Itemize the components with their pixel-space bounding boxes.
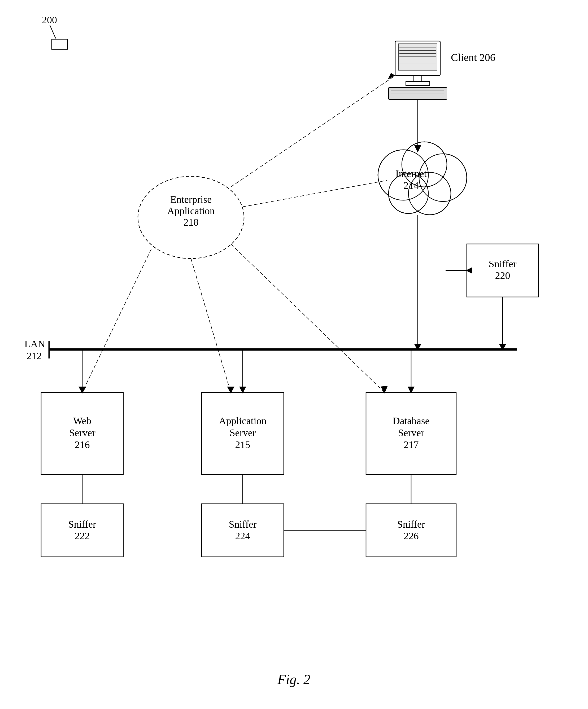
svg-text:217: 217 [404, 439, 419, 450]
svg-rect-12 [388, 87, 447, 100]
db-server-node: Database Server 217 [366, 392, 456, 475]
svg-text:216: 216 [75, 439, 90, 450]
svg-text:220: 220 [495, 270, 510, 281]
enterprise-webserver-dashed [82, 249, 151, 392]
svg-rect-3 [399, 44, 437, 70]
svg-text:215: 215 [235, 439, 250, 450]
web-server-node: Web Server 216 [41, 392, 123, 475]
svg-text:224: 224 [235, 530, 250, 542]
svg-rect-10 [414, 76, 422, 81]
enterprise-client-dashed [231, 76, 395, 187]
svg-line-0 [50, 25, 56, 38]
sniffer-220-node: Sniffer 220 [467, 244, 538, 297]
enterprise-dbserver-dashed [231, 244, 385, 392]
svg-rect-11 [406, 81, 430, 86]
enterprise-app-node: Enterprise Application 218 [138, 176, 244, 259]
svg-text:Sniffer: Sniffer [69, 519, 96, 530]
client-label: Client 206 [451, 51, 495, 63]
enterprise-internet-dashed [243, 180, 387, 207]
internet-label: Internet [395, 168, 427, 179]
svg-marker-64 [388, 73, 395, 80]
enterprise-label-3: 218 [183, 217, 199, 228]
sniffer-222-node: Sniffer 222 [41, 504, 123, 557]
svg-text:Server: Server [398, 427, 424, 438]
diagram-container: 200 Client 206 [0, 0, 588, 709]
svg-text:Sniffer: Sniffer [397, 519, 425, 530]
internet-number: 214 [404, 180, 419, 191]
svg-text:226: 226 [404, 530, 419, 542]
lan-number: 212 [27, 350, 42, 361]
svg-text:Sniffer: Sniffer [229, 519, 257, 530]
lan-label: LAN [24, 338, 45, 349]
svg-text:Server: Server [229, 427, 256, 438]
sniffer-224-node: Sniffer 224 [202, 504, 284, 557]
svg-rect-1 [52, 39, 68, 49]
enterprise-label-2: Application [167, 205, 214, 216]
svg-text:Server: Server [69, 427, 96, 438]
sniffer-226-node: Sniffer 226 [366, 504, 456, 557]
figure-ref-label: 200 [42, 14, 57, 25]
fig-caption: Fig. 2 [277, 672, 310, 687]
svg-text:Database: Database [392, 415, 429, 426]
svg-text:222: 222 [75, 530, 90, 542]
svg-text:Sniffer: Sniffer [489, 258, 517, 269]
svg-text:Web: Web [73, 415, 92, 426]
internet-node: Internet 214 [378, 142, 467, 215]
svg-text:Application: Application [219, 415, 266, 426]
app-server-node: Application Server 215 [202, 392, 284, 475]
enterprise-appserver-dashed [191, 259, 231, 392]
enterprise-label-1: Enterprise [170, 194, 212, 205]
client-node: Client 206 [388, 41, 495, 100]
